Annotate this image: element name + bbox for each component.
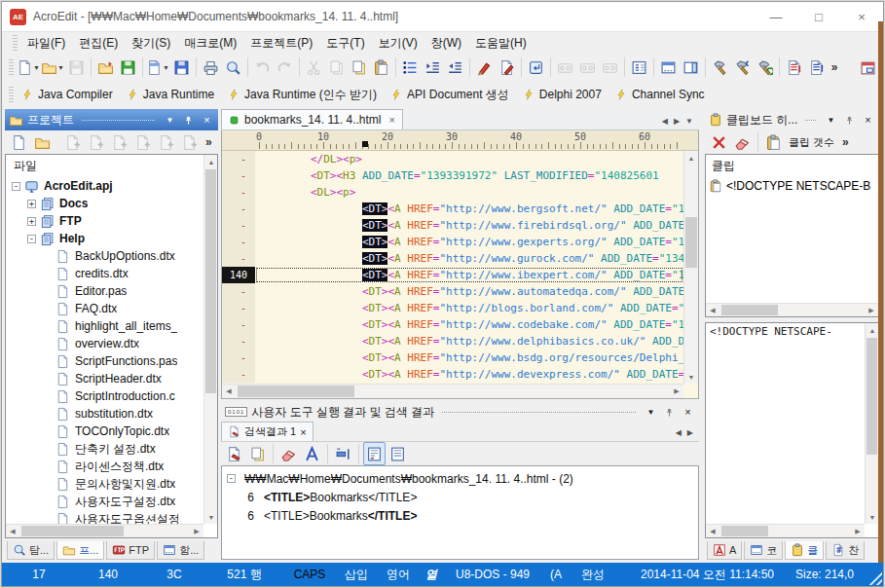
searchdoc-button[interactable] [223,442,245,465]
menu-item[interactable]: 편집(E) [72,34,125,52]
tree-item-overview-dtx[interactable]: overview.dtx [6,335,203,352]
panel-tab-클[interactable]: 클 [785,541,824,560]
doc-new-button[interactable] [8,130,30,154]
tab-nav-left-icon[interactable]: ◀ [662,117,668,126]
scrollbar-thumb[interactable] [205,169,216,393]
more-tools-icon[interactable]: » [838,135,853,149]
code-line[interactable]: - <DT><A HREF="http://www.codebake.com/"… [222,316,683,333]
doc-new-button[interactable]: ▼ [17,55,41,79]
tree-item-backupoptions-dtx[interactable]: BackUpOptions.dtx [6,247,203,265]
dropdown-icon[interactable]: ▼ [163,64,169,71]
code-line[interactable]: - <DT><A HREF="http://www.automatedqa.co… [222,283,683,300]
clip-column-header[interactable]: 클립 [706,155,878,177]
tree-expander-icon[interactable]: + [27,200,36,208]
user-tool-button[interactable]: Java Runtime (인수 받기) [223,87,386,103]
prev-mark-button[interactable] [332,442,354,465]
scroll-down-icon[interactable]: ▼ [866,510,879,524]
tree-item-scriptfunctions-pas[interactable]: ScriptFunctions.pas [6,352,203,370]
tab-nav-right-icon[interactable]: ▶ [687,428,693,437]
eraser-button[interactable] [731,130,754,154]
tree-item-acroedit-apj[interactable]: -AcroEdit.apj [6,177,203,195]
tab-nav-left-icon[interactable]: ◀ [676,428,682,437]
user-tool-button[interactable]: Java Compiler [17,88,122,101]
tree-vertical-scrollbar[interactable]: ▲ ▼ [203,155,217,524]
tab-close-icon[interactable]: × [300,426,306,438]
editor-vertical-scrollbar[interactable]: ▲ ▼ [683,151,698,384]
dropdown-icon[interactable]: ▼ [33,64,40,71]
docview2-button[interactable] [387,442,409,465]
scroll-left-icon[interactable]: ◀ [706,304,719,317]
eraser-button[interactable] [277,442,300,465]
user-tool-button[interactable]: API Document 생성 [386,87,518,103]
scroll-up-icon[interactable]: ▲ [866,323,879,337]
sort-red-button[interactable] [783,55,805,79]
calendar-button[interactable] [857,55,879,79]
tree-item-scriptheader-dtx[interactable]: ScriptHeader.dtx [6,370,203,387]
editor-code-area[interactable]: - </DL><p>- <DT><H3 ADD_DATE="1393391972… [222,151,683,384]
copy-pages2-button[interactable] [348,55,370,79]
tree-item-substitution-dtx[interactable]: substitution.dtx [6,405,203,423]
hammer-button[interactable] [709,55,731,79]
menu-item[interactable]: 보기(V) [372,34,424,52]
code-line[interactable]: - </DL><p> [222,151,683,167]
pin-icon[interactable] [842,113,857,128]
panel-dropdown-icon[interactable]: ▼ [824,113,838,128]
maximize-button[interactable]: □ [797,2,840,31]
more-tools-icon[interactable]: » [828,60,842,74]
letter-a-button[interactable] [301,442,323,465]
pin-icon[interactable] [181,113,196,128]
copy-pages2-button[interactable] [246,442,269,465]
indent-button[interactable] [422,55,444,79]
code-line[interactable]: - <DT><A HREF="http://www.bsdg.org/resou… [222,349,683,366]
tree-item--[interactable]: 사용자도구옵션설정 [6,510,203,524]
hammer-run-button[interactable] [754,55,776,79]
result-match-row[interactable]: 6<TITLE>Bookmarks</TITLE> [227,488,693,506]
result-expander-icon[interactable]: - [227,474,236,483]
goto-box-button[interactable] [525,55,547,79]
floppy-all-button[interactable] [170,55,193,79]
scroll-down-icon[interactable]: ▼ [204,510,218,524]
scroll-up-icon[interactable]: ▲ [684,151,698,165]
code-line[interactable]: - <DT><A HREF="http://blogs.borland.com/… [222,300,683,316]
panel-close-icon[interactable]: × [200,113,214,128]
clip-item[interactable]: <!DOCTYPE NETSCAPE-B [706,177,878,195]
tree-item--dtx[interactable]: 문의사항및지원.dtx [6,475,203,493]
menu-item[interactable]: 프로젝트(P) [243,34,319,52]
tree-item--dtx[interactable]: 사용자도구설정.dtx [6,493,203,510]
clip-horizontal-scrollbar[interactable]: ◀ ▶ [706,303,878,316]
code-line[interactable]: - <DL><p> [222,184,683,201]
clip-count-button[interactable]: 클립 갯수 [786,135,837,150]
floppy-ftp-button[interactable] [117,55,139,79]
code-line[interactable]: - <DT><A HREF="http://www.gurock.com/" A… [222,250,683,267]
user-tool-button[interactable]: Java Runtime [122,88,223,101]
tree-item-highlight-all-items-[interactable]: highlight_all_items_ [6,317,203,335]
tree-item-scriptintroduction-c[interactable]: ScriptIntroduction.c [6,387,203,405]
tree-item-credits-dtx[interactable]: credits.dtx [6,265,203,282]
code-line[interactable]: - <DT><A HREF="http://www.bergsoft.net/"… [222,201,683,217]
panel-close-icon[interactable]: × [861,113,875,128]
scroll-left-icon[interactable]: ◀ [6,525,19,538]
panel-tab-함[interactable]: 함... [157,541,204,560]
panel-tab-찬[interactable]: 찬 [826,541,865,560]
editor-horizontal-scrollbar[interactable]: ◀ ▶ [222,384,683,398]
tab-close-icon[interactable]: × [389,114,395,126]
window-h-button[interactable] [657,55,680,79]
tree-item-toconlytopic-dtx[interactable]: TOCOnlyTopic.dtx [6,423,203,440]
code-line[interactable]: 140 <DT><A HREF="http://www.ibexpert.com… [222,267,683,283]
tab-nav-down-icon[interactable]: ▼ [685,117,693,126]
result-file-row[interactable]: -₩₩Mac₩Home₩Documents₩bookmarks_14. 11. … [227,469,693,488]
code-line[interactable]: - <DT><A HREF="http://www.gexperts.org/"… [222,234,683,250]
printer-button[interactable] [200,55,222,79]
highlight-list-button[interactable] [399,55,422,79]
code-line[interactable]: - <DT><A HREF="http://www.devexpress.com… [222,366,683,383]
preview-vertical-scrollbar[interactable]: ▲ ▼ [865,323,878,524]
scrollbar-thumb[interactable] [721,305,778,315]
scrollbar-thumb[interactable] [721,526,768,536]
panel-tab-탐[interactable]: 탐... [7,541,55,560]
menu-item[interactable]: 창(W) [424,34,468,52]
menu-item[interactable]: 찾기(S) [125,34,177,52]
editor[interactable]: 0102030405060 - </DL><p>- <DT><H3 ADD_DA… [221,130,699,399]
scroll-right-icon[interactable]: ▶ [851,525,865,538]
scrollbar-thumb[interactable] [21,526,124,536]
tree-item--dtx[interactable]: 단축키 설정.dtx [6,440,203,458]
